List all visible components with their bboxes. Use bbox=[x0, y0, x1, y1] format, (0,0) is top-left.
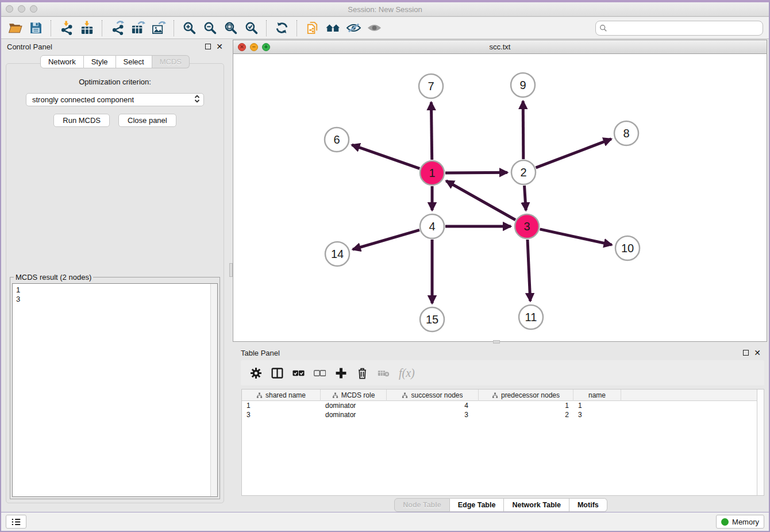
tab-select[interactable]: Select bbox=[116, 55, 152, 68]
export-image-icon[interactable] bbox=[148, 19, 169, 37]
tab-network[interactable]: Network bbox=[40, 55, 84, 68]
mcds-result-text[interactable]: 1 3 bbox=[12, 283, 218, 497]
export-table-icon[interactable] bbox=[128, 19, 148, 37]
delete-column-icon[interactable] bbox=[352, 363, 373, 383]
close-panel-button[interactable]: Close panel bbox=[118, 114, 176, 127]
run-mcds-button[interactable]: Run MCDS bbox=[53, 114, 110, 127]
network-window-maximize-icon[interactable]: + bbox=[262, 43, 270, 51]
tab-node-table[interactable]: Node Table bbox=[394, 498, 449, 512]
show-column-icon[interactable] bbox=[267, 363, 288, 383]
open-session-icon[interactable] bbox=[5, 19, 25, 37]
tab-network-table[interactable]: Network Table bbox=[504, 498, 569, 512]
hide-selected-icon[interactable] bbox=[343, 19, 364, 37]
select-all-checkboxes-icon[interactable] bbox=[288, 363, 309, 383]
application-window: Session: New Session bbox=[0, 0, 770, 532]
show-all-icon[interactable] bbox=[364, 19, 384, 37]
graph-edge-3-1[interactable] bbox=[446, 181, 515, 220]
memory-button[interactable]: Memory bbox=[716, 515, 764, 529]
tab-mcds[interactable]: MCDS bbox=[152, 55, 190, 68]
graph-node-1[interactable]: 1 bbox=[420, 161, 444, 185]
graph-node-7[interactable]: 7 bbox=[419, 74, 443, 98]
maximize-window-button[interactable] bbox=[30, 5, 37, 13]
graph-node-3[interactable]: 3 bbox=[515, 214, 539, 238]
table-cell[interactable]: 3 bbox=[573, 410, 621, 419]
graph-edge-4-14[interactable] bbox=[353, 230, 419, 249]
mcds-result-scrollbar[interactable] bbox=[210, 284, 217, 496]
table-cell[interactable]: 3 bbox=[387, 410, 479, 419]
function-builder-icon[interactable]: f(x) bbox=[399, 367, 415, 380]
table-cell[interactable]: 2 bbox=[479, 410, 573, 419]
table-scrollbar[interactable] bbox=[757, 390, 764, 495]
graph-node-9[interactable]: 9 bbox=[511, 73, 535, 97]
graph-edge-1-6[interactable] bbox=[352, 145, 419, 168]
add-column-icon[interactable] bbox=[330, 363, 352, 383]
table-cell[interactable]: dominator bbox=[321, 401, 387, 410]
network-file-icon[interactable] bbox=[302, 19, 322, 37]
float-table-panel-icon[interactable] bbox=[743, 350, 749, 356]
network-window-close-icon[interactable]: ✕ bbox=[238, 43, 246, 51]
deselect-all-checkboxes-icon[interactable] bbox=[309, 363, 330, 383]
delete-table-icon[interactable] bbox=[373, 363, 394, 383]
network-window-minimize-icon[interactable]: − bbox=[250, 43, 258, 51]
table-cell[interactable]: 1 bbox=[479, 401, 573, 410]
graph-edge-3-11[interactable] bbox=[528, 240, 530, 301]
graph-node-4[interactable]: 4 bbox=[420, 214, 444, 238]
graph-edge-3-10[interactable] bbox=[540, 229, 612, 245]
graph-edge-1-7[interactable] bbox=[431, 102, 432, 160]
graph-edge-2-3[interactable] bbox=[525, 186, 526, 210]
table-cell[interactable]: dominator bbox=[321, 410, 387, 419]
column-header-shared-name[interactable]: shared name bbox=[242, 390, 321, 401]
graph-node-14[interactable]: 14 bbox=[325, 242, 349, 266]
window-controls bbox=[6, 5, 37, 13]
graph-node-15[interactable]: 15 bbox=[420, 307, 444, 331]
task-history-button[interactable] bbox=[6, 515, 26, 529]
zoom-fit-icon[interactable] bbox=[220, 19, 241, 37]
table-cell[interactable]: 3 bbox=[242, 410, 321, 419]
first-neighbors-icon[interactable] bbox=[322, 19, 343, 37]
column-header-name[interactable]: name bbox=[573, 390, 621, 401]
graph-node-6[interactable]: 6 bbox=[325, 128, 349, 152]
table-options-icon[interactable] bbox=[245, 363, 267, 383]
graph-edge-2-8[interactable] bbox=[536, 139, 611, 168]
graph-edge-2-9[interactable] bbox=[523, 101, 523, 159]
refresh-view-icon[interactable] bbox=[271, 19, 292, 37]
split-pane-handle[interactable] bbox=[493, 340, 500, 344]
table-cell[interactable]: 1 bbox=[573, 401, 621, 410]
search-input[interactable] bbox=[595, 21, 763, 36]
import-table-icon[interactable] bbox=[76, 19, 97, 37]
graph-edge-1-2[interactable] bbox=[445, 172, 507, 173]
control-panel-tabs: NetworkStyleSelectMCDS bbox=[1, 55, 229, 68]
split-pane-grip[interactable] bbox=[229, 263, 233, 277]
close-panel-icon[interactable]: ✕ bbox=[216, 44, 223, 49]
node-table: shared nameMCDS rolesuccessor nodesprede… bbox=[241, 389, 764, 496]
graph-node-11[interactable]: 11 bbox=[519, 305, 543, 329]
import-network-icon[interactable] bbox=[56, 19, 76, 37]
column-header-successor-nodes[interactable]: successor nodes bbox=[387, 390, 479, 401]
close-table-panel-icon[interactable]: ✕ bbox=[754, 350, 761, 356]
tab-edge-table[interactable]: Edge Table bbox=[450, 498, 505, 512]
zoom-out-icon[interactable] bbox=[199, 19, 220, 37]
tab-style[interactable]: Style bbox=[84, 55, 116, 68]
graph-node-10[interactable]: 10 bbox=[615, 236, 640, 260]
zoom-selected-icon[interactable] bbox=[241, 19, 261, 37]
graph-node-2[interactable]: 2 bbox=[511, 160, 536, 184]
export-network-icon[interactable] bbox=[107, 19, 128, 37]
float-panel-icon[interactable] bbox=[205, 44, 211, 49]
zoom-in-icon[interactable] bbox=[179, 19, 199, 37]
column-header-MCDS-role[interactable]: MCDS role bbox=[321, 390, 387, 401]
criterion-select[interactable]: strongly connected component bbox=[26, 93, 204, 106]
minimize-window-button[interactable] bbox=[18, 5, 25, 13]
network-canvas[interactable]: 7968124314101511 bbox=[233, 54, 767, 341]
toolbar-separator bbox=[266, 20, 267, 36]
save-session-icon[interactable] bbox=[25, 19, 46, 37]
table-row[interactable]: 1dominator411 bbox=[242, 401, 764, 410]
table-cell[interactable]: 1 bbox=[242, 401, 321, 410]
table-row[interactable]: 3dominator323 bbox=[242, 410, 764, 419]
tab-motifs[interactable]: Motifs bbox=[569, 498, 607, 512]
memory-label: Memory bbox=[732, 518, 759, 526]
close-window-button[interactable] bbox=[6, 5, 13, 13]
search-icon bbox=[599, 24, 607, 32]
column-header-predecessor-nodes[interactable]: predecessor nodes bbox=[479, 390, 573, 401]
graph-node-8[interactable]: 8 bbox=[614, 121, 638, 145]
table-cell[interactable]: 4 bbox=[387, 401, 479, 410]
